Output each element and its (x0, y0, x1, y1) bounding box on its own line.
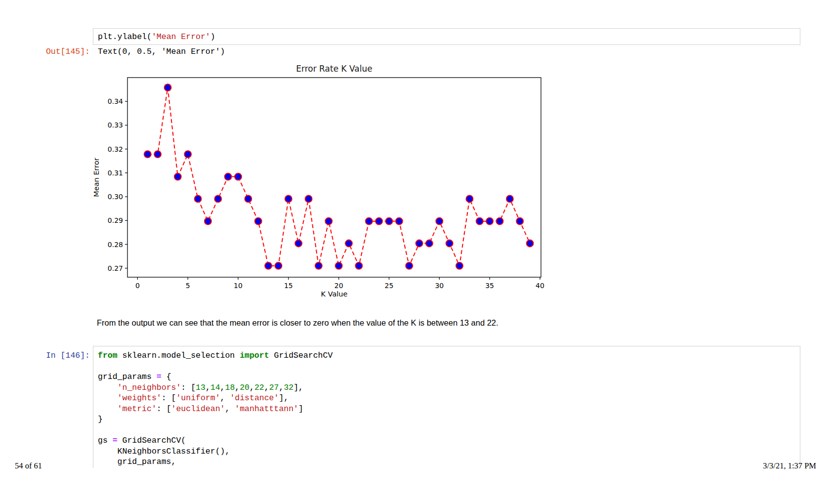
code-token: { (162, 372, 171, 381)
code-token: , (249, 383, 254, 392)
code-token: 'n_neighbors' (118, 383, 181, 392)
code-token: ) (210, 32, 215, 42)
data-point-k14 (275, 262, 282, 269)
code-token: 22 (254, 383, 264, 392)
code-token: : [ (181, 383, 196, 392)
code-token: GridSearchCV (269, 351, 333, 360)
data-point-k38 (516, 218, 523, 225)
print-timestamp: 3/3/21, 1:37 PM (763, 461, 816, 471)
data-point-k30 (436, 218, 443, 225)
code-token: 14 (210, 383, 220, 392)
code-token: plt.ylabel( (98, 32, 152, 42)
code-token: ], (279, 393, 289, 403)
data-point-k35 (486, 218, 493, 225)
data-point-k19 (325, 218, 332, 225)
data-point-k25 (386, 218, 393, 225)
x-tick-label: 35 (485, 282, 494, 290)
code-cell-input-145[interactable]: plt.ylabel('Mean Error') (93, 28, 800, 45)
code-line (98, 361, 795, 372)
y-tick-label: 0.27 (108, 264, 123, 272)
code-token: 'metric' (118, 404, 157, 414)
in-prompt: In [146]: (15, 351, 90, 360)
code-token: sklearn.model_selection (118, 351, 240, 360)
code-cell-input-146[interactable]: from sklearn.model_selection import Grid… (93, 346, 800, 468)
code-token: 'weights' (118, 393, 162, 403)
data-point-k10 (235, 173, 242, 180)
code-token: 'euclidean' (171, 404, 225, 414)
code-token: = (113, 436, 118, 445)
data-point-k4 (174, 173, 181, 180)
x-tick-label: 15 (284, 282, 293, 290)
code-line: from sklearn.model_selection import Grid… (98, 350, 795, 361)
x-tick-label: 10 (234, 282, 243, 290)
data-point-k2 (154, 151, 161, 158)
x-tick-label: 20 (334, 282, 343, 290)
code-line: grid_params = { (98, 372, 795, 382)
code-token: , (235, 383, 240, 392)
data-point-k22 (355, 262, 362, 269)
y-tick-label: 0.28 (108, 241, 123, 249)
y-tick-label: 0.33 (108, 121, 123, 129)
code-token: 'uniform' (176, 393, 220, 403)
data-point-k5 (184, 151, 191, 158)
code-token: , (279, 383, 284, 392)
data-point-k20 (335, 262, 342, 269)
data-point-k34 (476, 218, 483, 225)
code-token (98, 383, 118, 392)
y-tick-label: 0.34 (108, 97, 123, 105)
code-line: grid_params, (98, 457, 795, 467)
data-point-k11 (245, 195, 251, 202)
data-point-k39 (527, 240, 534, 247)
code-line: 'metric': ['euclidean', 'manhatttann'] (98, 404, 795, 415)
data-point-k33 (466, 195, 473, 202)
code-token: , (206, 383, 210, 392)
x-tick-label: 5 (186, 282, 190, 290)
data-point-k26 (396, 218, 403, 225)
code-line: 'n_neighbors': [13,14,18,20,22,27,32], (98, 382, 795, 393)
code-token: import (240, 351, 269, 360)
page-number: 54 of 61 (15, 461, 42, 471)
code-token: 32 (284, 383, 293, 392)
data-point-k8 (214, 195, 221, 202)
code-token: , (264, 383, 269, 392)
data-point-k37 (506, 195, 513, 202)
x-axis-label: K Value (321, 290, 348, 298)
data-point-k9 (225, 173, 232, 180)
y-tick-label: 0.29 (108, 216, 123, 224)
markdown-paragraph: From the output we can see that the mean… (97, 318, 498, 328)
data-point-k13 (265, 262, 272, 269)
code-token: 27 (269, 383, 279, 392)
code-token: gs (98, 436, 113, 445)
code-token: = (157, 372, 162, 381)
data-point-k24 (375, 218, 382, 225)
data-point-k15 (285, 195, 292, 202)
code-line: plt.ylabel('Mean Error') (98, 32, 795, 42)
code-line: KNeighborsClassifier(), (98, 446, 795, 457)
data-point-k27 (406, 262, 413, 269)
code-line (98, 425, 795, 436)
x-tick-label: 25 (385, 282, 394, 290)
code-token: from (98, 351, 118, 360)
code-token: } (98, 415, 103, 424)
data-point-k29 (426, 240, 433, 247)
code-token: , (220, 383, 225, 392)
code-token: , (220, 393, 230, 403)
code-line: gs = GridSearchCV( (98, 435, 795, 446)
y-tick-label: 0.32 (108, 145, 123, 153)
data-point-k16 (295, 240, 302, 247)
plot-area (127, 78, 541, 277)
code-line: } (98, 414, 795, 425)
data-point-k23 (366, 218, 373, 225)
code-token (98, 404, 118, 414)
code-token: GridSearchCV( (118, 436, 186, 445)
data-point-k21 (345, 240, 352, 247)
code-token: ], (293, 383, 303, 392)
data-point-k36 (497, 218, 503, 225)
x-tick-label: 0 (135, 282, 140, 290)
code-token: 18 (225, 383, 235, 392)
code-token: grid_params, (98, 457, 176, 466)
error-rate-chart: 05101520253035400.270.280.290.300.310.32… (86, 60, 556, 303)
code-token: , (225, 404, 235, 414)
y-axis-label: Mean Error (92, 158, 100, 197)
data-point-k17 (305, 195, 312, 202)
